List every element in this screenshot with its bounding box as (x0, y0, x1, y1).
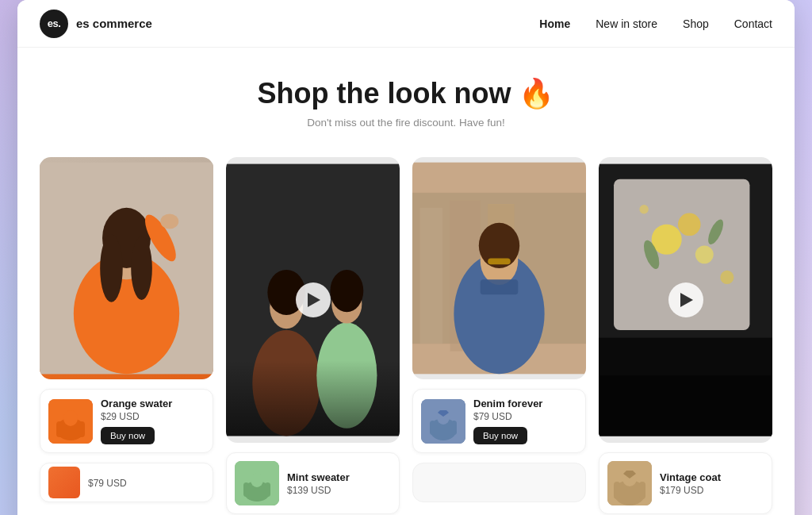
product-thumb-partial-1 (48, 467, 80, 498)
svg-rect-13 (79, 421, 85, 437)
hero-subtitle: Don't miss out the fire discount. Have f… (33, 117, 779, 129)
product-info-2: Mint sweater $139 USD (287, 471, 391, 496)
product-thumb-coat (607, 461, 652, 505)
svg-point-5 (100, 234, 123, 302)
svg-point-54 (639, 205, 648, 213)
nav-links: Home New in store Shop Contact (539, 17, 772, 31)
logo-icon: es. (40, 10, 68, 38)
buy-button-1[interactable]: Buy now (101, 427, 155, 444)
svg-rect-45 (451, 421, 457, 435)
svg-point-51 (695, 246, 714, 264)
product-col-2: Mint sweater $139 USD (226, 157, 400, 515)
nav-item-contact[interactable]: Contact (734, 17, 772, 31)
product-card-2: Mint sweater $139 USD (226, 452, 400, 514)
product-card-partial-1: $79 USD (40, 463, 213, 502)
nav-link-home[interactable]: Home (539, 17, 570, 30)
product-image-3b-partial (412, 463, 586, 502)
product-image-3 (412, 157, 586, 379)
product-info-4: Vintage coat $179 USD (660, 471, 764, 496)
nav-item-shop[interactable]: Shop (683, 17, 709, 31)
svg-rect-62 (639, 482, 645, 499)
product-grid: Orange swater $29 USD Buy now $79 USD (17, 144, 795, 515)
svg-point-24 (251, 473, 263, 487)
play-button-4[interactable] (668, 282, 703, 317)
svg-point-11 (63, 410, 78, 426)
product-card-1: Orange swater $29 USD Buy now (40, 389, 213, 453)
logo-text: es commerce (76, 17, 152, 30)
svg-point-6 (131, 236, 152, 300)
svg-rect-21 (226, 360, 400, 436)
hero-title: Shop the look now 🔥 (33, 76, 779, 110)
product-thumb-denim (421, 399, 465, 444)
product-info-3: Denim forever $79 USD Buy now (473, 398, 577, 444)
svg-point-55 (720, 271, 733, 284)
svg-point-8 (160, 214, 178, 229)
svg-rect-61 (614, 482, 620, 499)
product-col-4: Vintage coat $179 USD (599, 157, 772, 515)
svg-rect-40 (481, 279, 519, 294)
product-image-2 (226, 157, 400, 443)
buy-button-3[interactable]: Buy now (473, 427, 527, 444)
svg-point-20 (330, 270, 363, 312)
nav-link-contact[interactable]: Contact (734, 17, 772, 30)
product-col-3: Denim forever $79 USD Buy now (412, 157, 586, 515)
svg-rect-26 (265, 482, 270, 497)
nav-item-home[interactable]: Home (539, 17, 570, 31)
product-thumb-mint (235, 461, 279, 505)
product-info-1: Orange swater $29 USD Buy now (101, 398, 205, 444)
svg-rect-12 (56, 421, 63, 437)
product-card-3: Denim forever $79 USD Buy now (412, 389, 586, 453)
product-name-1: Orange swater (101, 398, 205, 409)
product-price-3: $79 USD (473, 411, 577, 422)
product-name-2: Mint sweater (287, 471, 391, 483)
nav-link-shop[interactable]: Shop (683, 17, 709, 30)
product-price-1: $29 USD (101, 411, 205, 422)
svg-rect-39 (488, 259, 511, 265)
product-price-4: $179 USD (660, 485, 764, 496)
svg-rect-57 (599, 375, 772, 436)
product-name-3: Denim forever (473, 398, 577, 409)
product-card-4: Vintage coat $179 USD (599, 452, 772, 514)
product-thumb-orange (48, 399, 93, 444)
logo-area: es. es commerce (40, 10, 152, 38)
play-button-2[interactable] (296, 282, 331, 317)
navbar: es. es commerce Home New in store Shop C… (17, 0, 795, 48)
product-price-2: $139 USD (287, 485, 391, 496)
svg-point-50 (678, 213, 701, 236)
product-price-partial-1: $79 USD (88, 478, 205, 489)
svg-rect-25 (243, 482, 249, 497)
product-info-partial-1: $79 USD (88, 476, 205, 489)
svg-rect-44 (430, 421, 435, 435)
product-name-4: Vintage coat (660, 471, 764, 483)
svg-rect-33 (420, 208, 443, 344)
hero-section: Shop the look now 🔥 Don't miss out the f… (17, 48, 795, 144)
nav-link-new-in-store[interactable]: New in store (596, 17, 657, 30)
product-col-1: Orange swater $29 USD Buy now $79 USD (40, 157, 213, 515)
browser-window: es. es commerce Home New in store Shop C… (17, 0, 795, 515)
product-image-1 (40, 157, 213, 379)
nav-item-new-in-store[interactable]: New in store (596, 17, 657, 31)
product-image-4 (599, 157, 772, 443)
